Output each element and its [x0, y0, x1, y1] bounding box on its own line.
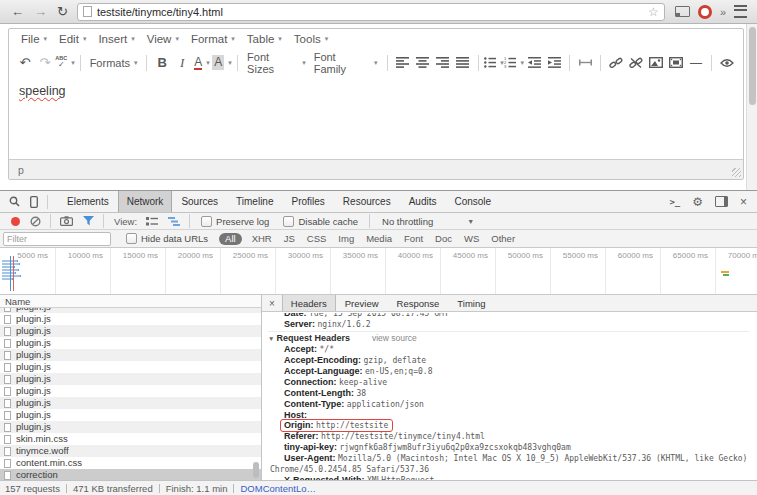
forward-icon[interactable]: → — [34, 5, 47, 18]
type-filter-all[interactable]: All — [219, 233, 242, 245]
font-sizes-dropdown[interactable]: Font Sizes — [243, 53, 310, 73]
devtools-tab-resources[interactable]: Resources — [334, 191, 400, 212]
misspelled-word[interactable]: speeling — [19, 84, 66, 98]
name-column-header[interactable]: Name — [0, 295, 261, 308]
undo-button[interactable]: ↶ — [15, 53, 35, 73]
clear-icon[interactable] — [30, 216, 41, 227]
devtools-tab-console[interactable]: Console — [445, 191, 500, 212]
type-filter-doc[interactable]: Doc — [435, 233, 452, 244]
italic-button[interactable]: I — [172, 53, 192, 73]
request-row[interactable]: tinymce.woff — [0, 445, 261, 457]
address-bar[interactable]: testsite/tinymce/tiny4.html ☆ — [77, 3, 665, 21]
text-color-button[interactable]: A — [192, 53, 212, 73]
resize-grip[interactable] — [732, 168, 741, 177]
devtools-close-icon[interactable]: × — [740, 195, 747, 209]
menu-edit[interactable]: Edit — [59, 33, 86, 45]
inspect-search-icon[interactable] — [9, 196, 20, 207]
menu-insert[interactable]: Insert — [98, 33, 134, 45]
image-button[interactable] — [646, 53, 666, 73]
device-mode-icon[interactable] — [30, 196, 38, 208]
menu-file[interactable]: File — [21, 33, 47, 45]
devtools-tab-audits[interactable]: Audits — [400, 191, 446, 212]
bullet-list-button[interactable] — [484, 53, 504, 73]
preserve-log-checkbox[interactable]: Preserve log — [201, 216, 269, 227]
editor-content-area[interactable]: speeling — [9, 76, 743, 159]
request-row[interactable]: plugin.js — [0, 397, 261, 409]
numbered-list-button[interactable]: 123 — [504, 53, 524, 73]
type-filter-media[interactable]: Media — [366, 233, 392, 244]
formats-dropdown[interactable]: Formats — [86, 53, 141, 73]
request-row[interactable]: plugin.js — [0, 337, 261, 349]
type-filter-css[interactable]: CSS — [307, 233, 327, 244]
scrollbar-thumb[interactable] — [253, 462, 259, 478]
cast-icon[interactable] — [675, 6, 690, 17]
horizontal-rule-button[interactable]: — — [686, 53, 706, 73]
menu-table[interactable]: Table — [247, 33, 282, 45]
request-row[interactable]: correction — [0, 469, 261, 480]
details-tab-preview[interactable]: Preview — [336, 295, 388, 311]
type-filter-ws[interactable]: WS — [464, 233, 479, 244]
devtools-tab-timeline[interactable]: Timeline — [227, 191, 282, 212]
bookmark-star-icon[interactable]: ☆ — [648, 5, 659, 19]
devtools-tab-elements[interactable]: Elements — [58, 191, 118, 212]
menu-view[interactable]: View — [147, 33, 179, 45]
element-path[interactable]: p — [18, 164, 24, 176]
request-row[interactable]: content.min.css — [0, 457, 261, 469]
requests-scrollbar[interactable] — [253, 309, 260, 480]
view-list-icon[interactable] — [146, 217, 158, 226]
request-row[interactable]: plugin.js — [0, 385, 261, 397]
request-row[interactable]: plugin.js — [0, 361, 261, 373]
throttling-dropdown[interactable]: No throttling▼ — [382, 216, 474, 227]
hide-data-urls-checkbox[interactable]: Hide data URLs — [126, 233, 208, 244]
page-scrollbar[interactable] — [746, 24, 757, 190]
nonbreaking-button[interactable] — [575, 53, 595, 73]
url-text[interactable]: testsite/tinymce/tiny4.html — [97, 6, 648, 18]
menu-format[interactable]: Format — [191, 33, 235, 45]
unlink-button[interactable] — [626, 53, 646, 73]
request-row[interactable]: skin.min.css — [0, 433, 261, 445]
request-row[interactable]: plugin.js — [0, 373, 261, 385]
extension-record-icon[interactable] — [698, 5, 712, 19]
devtools-tab-network[interactable]: Network — [118, 191, 173, 212]
align-right-button[interactable] — [433, 53, 453, 73]
scrollbar-thumb[interactable] — [749, 27, 756, 105]
request-row[interactable]: plugin.js — [0, 313, 261, 325]
preview-button[interactable] — [717, 53, 737, 73]
type-filter-img[interactable]: Img — [338, 233, 354, 244]
dock-side-icon[interactable] — [715, 196, 728, 207]
menu-icon[interactable] — [734, 5, 747, 18]
type-filter-font[interactable]: Font — [404, 233, 423, 244]
view-waterfall-icon[interactable] — [168, 217, 180, 226]
details-tab-timing[interactable]: Timing — [448, 295, 494, 311]
align-justify-button[interactable] — [453, 53, 473, 73]
view-source-link[interactable]: view source — [372, 333, 417, 343]
link-button[interactable] — [606, 53, 626, 73]
spellcheck-button[interactable]: ABC ✓ — [55, 53, 75, 73]
details-close-icon[interactable]: × — [262, 298, 282, 309]
redo-button[interactable]: ↷ — [35, 53, 55, 73]
background-color-button[interactable]: A — [212, 53, 232, 73]
request-row[interactable]: plugin.js — [0, 325, 261, 337]
disable-cache-checkbox[interactable]: Disable cache — [283, 216, 358, 227]
outdent-button[interactable] — [524, 53, 544, 73]
console-drawer-icon[interactable]: >_ — [669, 197, 680, 207]
align-center-button[interactable] — [413, 53, 433, 73]
menu-tools[interactable]: Tools — [294, 33, 328, 45]
request-row[interactable]: plugin.js — [0, 349, 261, 361]
record-button[interactable] — [11, 217, 20, 226]
request-row[interactable]: plugin.js — [0, 421, 261, 433]
type-filter-other[interactable]: Other — [491, 233, 515, 244]
media-button[interactable] — [666, 53, 686, 73]
details-tab-headers[interactable]: Headers — [282, 295, 336, 311]
indent-button[interactable] — [544, 53, 564, 73]
type-filter-xhr[interactable]: XHR — [252, 233, 272, 244]
reload-icon[interactable]: ↻ — [57, 5, 68, 18]
filter-input[interactable] — [3, 232, 111, 246]
details-tab-response[interactable]: Response — [388, 295, 449, 311]
bold-button[interactable]: B — [152, 53, 172, 73]
font-family-dropdown[interactable]: Font Family — [310, 53, 382, 73]
overflow-icon[interactable]: » — [720, 6, 726, 18]
triangle-down-icon[interactable]: ▼ — [268, 334, 274, 344]
settings-gear-icon[interactable]: ⚙ — [692, 195, 703, 209]
devtools-tab-sources[interactable]: Sources — [172, 191, 227, 212]
